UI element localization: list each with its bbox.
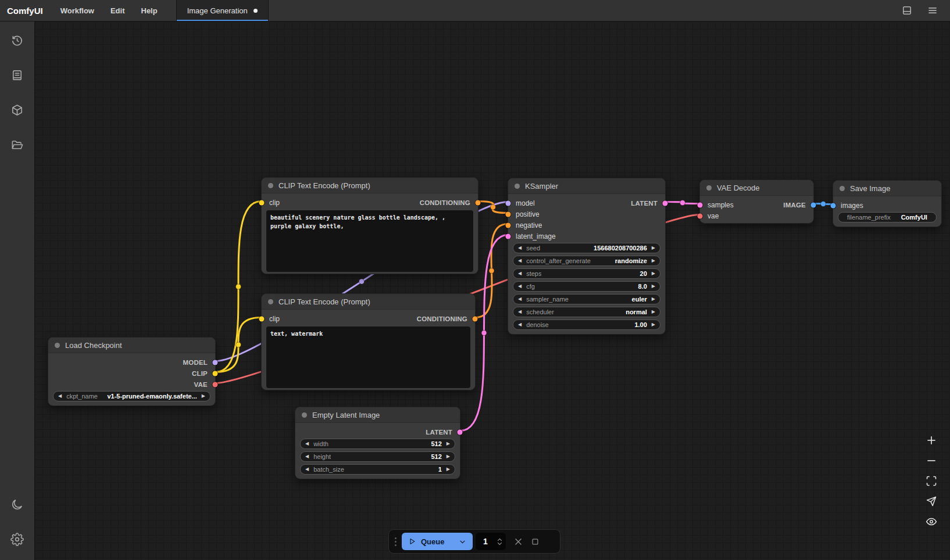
collapse-dot-icon[interactable] [515, 184, 520, 189]
collapse-dot-icon[interactable] [268, 183, 273, 188]
node-title-bar[interactable]: CLIP Text Encode (Prompt) [262, 178, 478, 193]
increment-arrow-icon[interactable]: ▶ [652, 310, 655, 314]
input-port-latent_image[interactable] [506, 234, 511, 239]
output-port-CONDITIONING[interactable] [476, 200, 481, 205]
menu-help[interactable]: Help [133, 0, 166, 21]
node-clip_pos[interactable]: CLIP Text Encode (Prompt)clipCONDITIONIN… [261, 177, 478, 274]
input-port-samples[interactable] [698, 202, 703, 207]
widget-cfg[interactable]: ◀cfg8.0▶ [513, 281, 660, 292]
decrement-arrow-icon[interactable]: ◀ [518, 284, 522, 289]
widget-filename_prefix[interactable]: filename_prefixComfyUI [838, 212, 937, 222]
node-title-bar[interactable]: Empty Latent Image [295, 407, 460, 423]
input-port-negative[interactable] [506, 222, 511, 228]
decrement-arrow-icon[interactable]: ◀ [518, 246, 522, 250]
collapse-dot-icon[interactable] [268, 299, 273, 304]
increment-arrow-icon[interactable]: ▶ [652, 259, 655, 263]
zoom-out-icon[interactable] [926, 455, 937, 466]
output-port-MODEL[interactable] [213, 360, 218, 365]
widget-batch_size[interactable]: ◀batch_size1▶ [300, 464, 455, 475]
node-canvas[interactable] [35, 21, 950, 560]
widget-steps[interactable]: ◀steps20▶ [513, 268, 660, 279]
output-port-IMAGE[interactable] [811, 202, 816, 207]
batch-count-input[interactable]: 1 [476, 533, 506, 550]
node-save_image[interactable]: Save Imageimagesfilename_prefixComfyUI [833, 180, 942, 227]
node-title-bar[interactable]: VAE Decode [700, 180, 813, 196]
clear-x-icon[interactable] [513, 537, 523, 547]
widget-sampler_name[interactable]: ◀sampler_nameeuler▶ [513, 294, 660, 304]
stepper-down-icon[interactable] [497, 542, 502, 545]
queue-button[interactable]: Queue [402, 533, 473, 550]
zoom-in-icon[interactable] [926, 435, 937, 446]
sidebar-item-queue[interactable] [7, 64, 28, 85]
decrement-arrow-icon[interactable]: ◀ [305, 454, 309, 459]
stop-square-icon[interactable] [531, 537, 540, 546]
node-title-bar[interactable]: Save Image [833, 181, 941, 196]
chevron-down-icon[interactable] [459, 538, 466, 545]
sidebar-item-workflows[interactable] [7, 134, 28, 155]
pan-cursor-icon[interactable] [926, 496, 937, 507]
node-empty_latent[interactable]: Empty Latent ImageLATENT◀width512▶◀heigh… [295, 407, 460, 479]
output-port-CLIP[interactable] [213, 371, 218, 376]
fit-view-icon[interactable] [926, 475, 937, 487]
output-port-LATENT[interactable] [663, 200, 668, 206]
widget-denoise[interactable]: ◀denoise1.00▶ [513, 320, 660, 330]
widget-control_after_generate[interactable]: ◀control_after_generaterandomize▶ [513, 256, 660, 266]
collapse-dot-icon[interactable] [55, 343, 60, 348]
node-title-bar[interactable]: CLIP Text Encode (Prompt) [262, 294, 475, 310]
increment-arrow-icon[interactable]: ▶ [652, 284, 655, 289]
stepper-up-icon[interactable] [497, 538, 502, 541]
output-port-CONDITIONING[interactable] [473, 316, 478, 321]
decrement-arrow-icon[interactable]: ◀ [305, 441, 309, 446]
input-port-model[interactable] [506, 200, 511, 206]
menu-edit[interactable]: Edit [102, 0, 133, 21]
output-port-LATENT[interactable] [458, 429, 463, 435]
node-load_checkpoint[interactable]: Load CheckpointMODELCLIPVAE◀ckpt_namev1-… [48, 337, 216, 406]
collapse-dot-icon[interactable] [840, 186, 845, 191]
widget-ckpt_name[interactable]: ◀ckpt_namev1-5-pruned-emaonly.safete...▶ [53, 391, 210, 401]
bottom-panel-icon[interactable] [901, 5, 913, 16]
prompt-textarea[interactable]: beautiful scenery nature glass bottle la… [266, 210, 473, 272]
output-port-VAE[interactable] [213, 382, 218, 387]
collapse-dot-icon[interactable] [302, 412, 307, 418]
input-port-positive[interactable] [506, 211, 511, 217]
collapse-dot-icon[interactable] [706, 185, 712, 191]
input-port-images[interactable] [831, 203, 836, 208]
hamburger-menu-icon[interactable] [927, 5, 938, 16]
sidebar-item-history[interactable] [7, 30, 28, 51]
increment-arrow-icon[interactable]: ▶ [447, 467, 450, 472]
prompt-textarea[interactable]: text, watermark [266, 326, 470, 388]
node-title-bar[interactable]: Load Checkpoint [48, 338, 215, 353]
menu-workflow[interactable]: Workflow [52, 0, 102, 21]
decrement-arrow-icon[interactable]: ◀ [518, 271, 522, 276]
sidebar-item-model-library[interactable] [7, 99, 28, 120]
node-title-bar[interactable]: KSampler [508, 178, 665, 194]
increment-arrow-icon[interactable]: ▶ [652, 271, 655, 276]
workflow-tab[interactable]: Image Generation [176, 0, 269, 21]
toggle-visibility-eye-icon[interactable] [926, 516, 937, 527]
increment-arrow-icon[interactable]: ▶ [652, 297, 655, 301]
node-clip_neg[interactable]: CLIP Text Encode (Prompt)clipCONDITIONIN… [261, 293, 476, 390]
increment-arrow-icon[interactable]: ▶ [652, 246, 655, 250]
decrement-arrow-icon[interactable]: ◀ [518, 322, 522, 327]
node-ksampler[interactable]: KSamplermodelLATENTpositivenegativelaten… [508, 178, 666, 335]
increment-arrow-icon[interactable]: ▶ [202, 394, 205, 399]
increment-arrow-icon[interactable]: ▶ [652, 322, 655, 327]
sidebar-item-settings[interactable] [7, 529, 28, 550]
input-port-vae[interactable] [698, 213, 703, 218]
drag-handle[interactable] [395, 537, 397, 546]
input-port-clip[interactable] [259, 316, 265, 321]
node-vae_decode[interactable]: VAE DecodesamplesIMAGEvae [699, 180, 814, 224]
decrement-arrow-icon[interactable]: ◀ [58, 394, 62, 399]
decrement-arrow-icon[interactable]: ◀ [518, 259, 522, 263]
decrement-arrow-icon[interactable]: ◀ [518, 310, 522, 314]
sidebar-item-theme[interactable] [7, 494, 28, 515]
widget-width[interactable]: ◀width512▶ [300, 439, 455, 449]
widget-seed[interactable]: ◀seed156680208700286▶ [513, 243, 660, 253]
decrement-arrow-icon[interactable]: ◀ [518, 297, 522, 301]
increment-arrow-icon[interactable]: ▶ [447, 454, 450, 459]
widget-scheduler[interactable]: ◀schedulernormal▶ [513, 307, 660, 317]
widget-height[interactable]: ◀height512▶ [300, 451, 455, 462]
input-port-clip[interactable] [259, 200, 265, 205]
increment-arrow-icon[interactable]: ▶ [447, 441, 450, 446]
decrement-arrow-icon[interactable]: ◀ [305, 467, 309, 472]
